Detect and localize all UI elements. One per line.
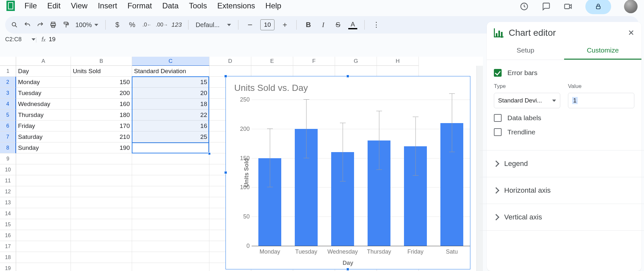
menu-help[interactable]: Help [265,1,281,10]
paint-format-icon[interactable] [62,21,70,28]
row-header-17[interactable]: 17 [0,241,16,252]
meet-icon[interactable] [563,2,572,11]
cell[interactable] [71,263,132,271]
print-icon[interactable] [50,21,57,28]
cell[interactable] [16,219,71,230]
cell[interactable] [16,241,71,252]
data-labels-checkbox[interactable] [494,114,502,122]
cell[interactable]: Saturday [16,131,71,142]
col-header-A[interactable]: A [16,57,71,66]
cell[interactable]: 19 [132,142,209,153]
cell[interactable] [16,208,71,219]
row-header-1[interactable]: 1 [0,66,16,77]
cell[interactable] [251,66,293,77]
cell[interactable]: Standard Deviation [132,66,209,77]
cell[interactable] [132,230,209,241]
cell[interactable] [71,241,132,252]
row-header-7[interactable]: 7 [0,131,16,142]
cell[interactable] [132,175,209,186]
cell[interactable] [209,66,251,77]
row-header-4[interactable]: 4 [0,99,16,110]
row-header-14[interactable]: 14 [0,208,16,219]
select-all-corner[interactable] [0,57,16,66]
col-header-E[interactable]: E [251,57,293,66]
cell[interactable] [71,197,132,208]
menu-data[interactable]: Data [162,1,179,10]
undo-icon[interactable] [24,21,31,28]
trendline-checkbox[interactable] [494,128,502,136]
cell[interactable]: 22 [132,110,209,121]
row-header-6[interactable]: 6 [0,121,16,131]
formula-input[interactable]: 19 [49,36,55,43]
redo-icon[interactable] [37,21,44,28]
zoom-dropdown[interactable]: 100% [75,21,98,29]
accordion-horizontal-axis[interactable]: Horizontal axis [487,179,641,202]
row-header-15[interactable]: 15 [0,219,16,230]
cell[interactable] [132,219,209,230]
cell[interactable] [132,208,209,219]
more-formats-icon[interactable]: 123 [172,20,181,29]
cell[interactable] [132,153,209,164]
cell[interactable] [16,175,71,186]
bold-icon[interactable]: B [304,20,313,29]
font-size-increase-icon[interactable]: + [280,20,289,29]
cell[interactable] [16,263,71,271]
cell[interactable] [377,66,419,77]
cell[interactable] [71,164,132,175]
cell[interactable] [71,252,132,263]
cell[interactable] [132,164,209,175]
cell[interactable] [16,252,71,263]
font-size-decrease-icon[interactable]: − [245,20,255,29]
menu-edit[interactable]: Edit [47,1,61,10]
menu-format[interactable]: Format [128,1,152,10]
row-header-10[interactable]: 10 [0,164,16,175]
cell[interactable] [293,66,335,77]
cell[interactable]: Wednesday [16,99,71,110]
percent-icon[interactable]: % [128,20,137,29]
row-header-3[interactable]: 3 [0,88,16,99]
cell[interactable]: 170 [71,121,132,131]
row-header-8[interactable]: 8 [0,142,16,153]
row-header-5[interactable]: 5 [0,110,16,121]
cell[interactable] [71,230,132,241]
cell[interactable]: Thursday [16,110,71,121]
spreadsheet-grid[interactable]: ABCDEFGH 12345678910111213141516171819 D… [0,57,483,271]
font-size-input[interactable]: 10 [260,19,274,30]
error-bars-checkbox[interactable] [494,69,502,77]
chart-object[interactable]: Units Sold vs. Day Units Sold Day 050100… [226,76,470,269]
search-icon[interactable] [11,21,18,28]
row-header-19[interactable]: 19 [0,263,16,271]
cell[interactable] [335,66,377,77]
cell[interactable]: 200 [71,88,132,99]
error-value-input[interactable]: 1 [568,93,634,108]
row-header-11[interactable]: 11 [0,175,16,186]
cell[interactable]: Friday [16,121,71,131]
cell[interactable]: 190 [71,142,132,153]
more-toolbar-icon[interactable]: ⋮ [372,20,381,29]
cell[interactable] [132,186,209,197]
cell[interactable] [16,153,71,164]
col-header-B[interactable]: B [71,57,132,66]
cell[interactable]: 210 [71,131,132,142]
cell[interactable] [16,230,71,241]
comment-icon[interactable] [542,2,551,11]
name-box[interactable]: C2:C8 [2,36,35,43]
cell[interactable]: 160 [71,99,132,110]
share-button[interactable] [585,0,611,14]
menu-view[interactable]: View [71,1,88,10]
tab-customize[interactable]: Customize [564,42,641,60]
chart-x-axis-label[interactable]: Day [342,260,353,266]
currency-icon[interactable]: $ [113,20,122,29]
chart-title[interactable]: Units Sold vs. Day [234,83,470,93]
cell[interactable]: Units Sold [71,66,132,77]
decrease-decimal-icon[interactable]: .0← [142,20,151,29]
close-icon[interactable]: ✕ [628,28,634,37]
history-icon[interactable] [520,2,529,11]
row-header-18[interactable]: 18 [0,252,16,263]
menu-insert[interactable]: Insert [98,1,117,10]
error-type-select[interactable]: Standard Devi... [494,93,560,108]
cell[interactable]: Monday [16,77,71,88]
tab-setup[interactable]: Setup [487,42,564,60]
cell[interactable] [132,263,209,271]
cell[interactable] [132,241,209,252]
